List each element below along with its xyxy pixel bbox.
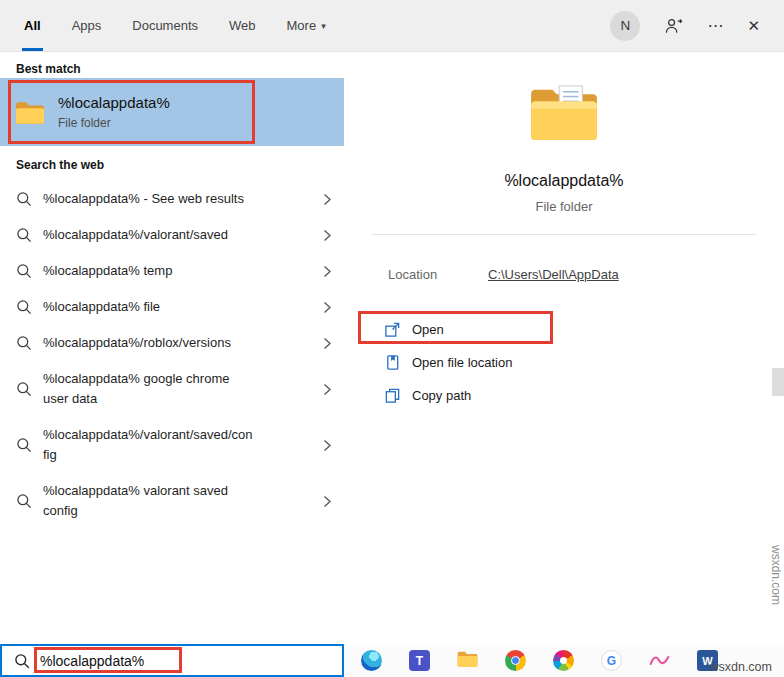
suggestion-text: %localappdata%/valorant/saved [43, 225, 228, 245]
chevron-right-icon[interactable] [323, 229, 332, 242]
feedback-icon[interactable] [664, 16, 683, 35]
tab-documents[interactable]: Documents [130, 0, 200, 51]
file-explorer-icon[interactable] [457, 650, 478, 671]
best-match-header: Best match [16, 62, 81, 76]
search-icon [16, 335, 32, 351]
preview-title: %localappdata% [356, 172, 772, 190]
preview-header: %localappdata% File folder [356, 52, 772, 214]
suggestion-row[interactable]: %localappdata% temp [0, 253, 344, 289]
suggestion-row[interactable]: %localappdata%/roblox/versions [0, 325, 344, 361]
chevron-right-icon[interactable] [323, 439, 332, 452]
search-icon [16, 191, 32, 207]
suggestion-text: %localappdata% google chrome user data [43, 369, 255, 409]
copy-path-icon [384, 387, 401, 404]
suggestion-row[interactable]: %localappdata%/valorant/saved [0, 217, 344, 253]
search-icon [16, 493, 32, 509]
scrollbar-thumb[interactable] [772, 368, 784, 396]
best-match-subtitle: File folder [58, 116, 170, 130]
suggestion-row[interactable]: %localappdata% file [0, 289, 344, 325]
open-file-location-label: Open file location [412, 355, 512, 370]
tab-documents-label: Documents [132, 18, 198, 33]
tab-more-label: More [287, 18, 317, 33]
open-action[interactable]: Open [356, 313, 772, 346]
web-suggestions-list: %localappdata% - See web results %locala… [0, 181, 344, 529]
suggestion-row[interactable]: %localappdata% google chrome user data [0, 361, 344, 417]
suggestion-row[interactable]: %localappdata% - See web results [0, 181, 344, 217]
tab-apps-label: Apps [72, 18, 102, 33]
watermark-side: wsxdn.com [769, 545, 783, 605]
search-icon [16, 381, 32, 397]
preview-actions: Open Open file location Copy path [356, 313, 772, 412]
edge-icon[interactable] [361, 650, 382, 671]
copy-path-label: Copy path [412, 388, 471, 403]
copy-path-action[interactable]: Copy path [356, 379, 772, 412]
search-icon [16, 299, 32, 315]
chevron-right-icon[interactable] [323, 337, 332, 350]
suggestion-text: %localappdata% file [43, 297, 160, 317]
suggestion-text: %localappdata%/valorant/saved/config [43, 425, 255, 465]
search-icon [16, 437, 32, 453]
search-filter-bar: All Apps Documents Web More ▾ N ⋯ ✕ [0, 0, 784, 52]
search-bar [0, 644, 344, 677]
avatar[interactable]: N [610, 11, 640, 41]
suggestion-text: %localappdata% - See web results [43, 189, 244, 209]
location-label: Location [388, 267, 488, 282]
chrome-icon[interactable] [505, 650, 526, 671]
more-options-icon[interactable]: ⋯ [707, 16, 723, 35]
tab-more[interactable]: More ▾ [285, 0, 328, 51]
close-icon[interactable]: ✕ [747, 17, 760, 35]
chevron-right-icon[interactable] [323, 495, 332, 508]
suggestion-row[interactable]: %localappdata%/valorant/saved/config [0, 417, 344, 473]
search-icon [16, 263, 32, 279]
watermark-bottom: wsxdn.com [709, 660, 772, 674]
search-icon [14, 653, 30, 669]
suggestion-text: %localappdata%/roblox/versions [43, 333, 231, 353]
tab-all-label: All [24, 18, 41, 33]
preview-panel: %localappdata% File folder Location C:\U… [356, 52, 772, 644]
ink-app-icon[interactable] [649, 650, 670, 671]
chevron-down-icon: ▾ [321, 21, 326, 31]
chevron-right-icon[interactable] [323, 193, 332, 206]
tab-all[interactable]: All [22, 0, 43, 51]
chevron-right-icon[interactable] [323, 265, 332, 278]
teams-icon[interactable] [409, 650, 430, 671]
suggestion-row[interactable]: %localappdata% valorant saved config [0, 473, 344, 529]
chevron-right-icon[interactable] [323, 301, 332, 314]
topbar-right-controls: N ⋯ ✕ [610, 11, 784, 41]
preview-subtitle: File folder [356, 199, 772, 214]
folder-icon-large [529, 84, 599, 142]
chevron-right-icon[interactable] [323, 383, 332, 396]
pinwheel-icon[interactable] [553, 650, 574, 671]
suggestion-text: %localappdata% valorant saved config [43, 481, 255, 521]
preview-divider [372, 234, 756, 235]
suggestion-text: %localappdata% temp [43, 261, 172, 281]
open-file-location-icon [384, 354, 401, 371]
open-file-location-action[interactable]: Open file location [356, 346, 772, 379]
tab-apps[interactable]: Apps [70, 0, 104, 51]
tab-web[interactable]: Web [227, 0, 258, 51]
location-link[interactable]: C:\Users\Dell\AppData [488, 267, 619, 282]
folder-icon [15, 100, 45, 125]
open-action-label: Open [412, 322, 444, 337]
best-match-title: %localappdata% [58, 94, 170, 111]
tab-list: All Apps Documents Web More ▾ [0, 0, 328, 51]
search-icon [16, 227, 32, 243]
results-panel: Best match %localappdata% File folder Se… [0, 52, 344, 644]
tab-web-label: Web [229, 18, 256, 33]
google-icon[interactable] [601, 650, 622, 671]
search-the-web-header: Search the web [16, 158, 104, 172]
open-icon [384, 321, 401, 338]
location-row: Location C:\Users\Dell\AppData [356, 259, 772, 289]
search-input[interactable] [40, 646, 342, 675]
best-match-result[interactable]: %localappdata% File folder [0, 78, 344, 146]
